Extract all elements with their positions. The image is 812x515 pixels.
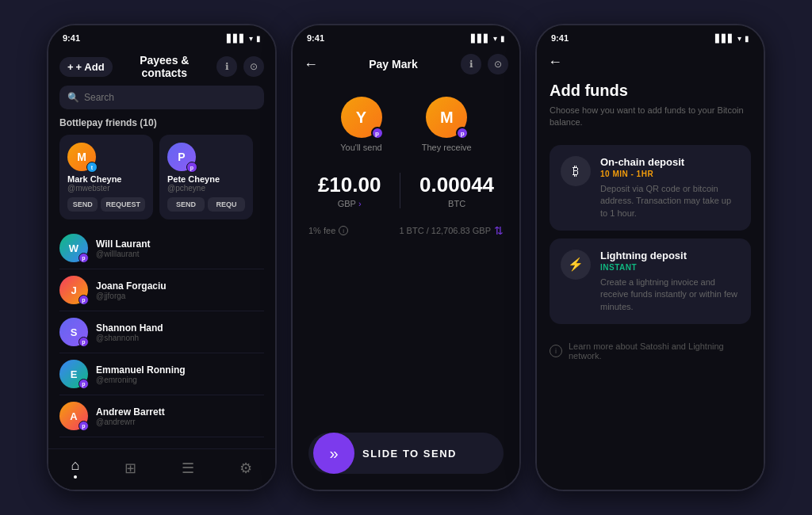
payments-icon: ⊞ bbox=[124, 460, 136, 477]
contact-emmanuel[interactable]: E p Emmanuel Ronning @emroning bbox=[59, 353, 264, 395]
contact-andrew[interactable]: A p Andrew Barrett @andrewrr bbox=[59, 395, 264, 437]
pete-bp-badge: p bbox=[186, 162, 197, 173]
contact-shannon[interactable]: S p Shannon Hand @shannonh bbox=[59, 311, 264, 353]
search-icon: 🔍 bbox=[67, 92, 79, 103]
mark-twitter-badge: t bbox=[86, 162, 98, 173]
search-input[interactable] bbox=[84, 92, 256, 103]
add-button[interactable]: + + Add bbox=[59, 57, 113, 77]
status-icons-2: ▋▋▋ ▾ ▮ bbox=[471, 34, 505, 43]
recipient-person: M p They receive bbox=[422, 97, 472, 152]
settings-icon: ⚙ bbox=[239, 460, 252, 477]
slide-bar[interactable]: » SLIDE TO SEND bbox=[308, 433, 504, 474]
contact-joana[interactable]: J p Joana Forgaciu @jjforga bbox=[59, 269, 264, 311]
pay-title: Pay Mark bbox=[326, 58, 461, 71]
emmanuel-name: Emmanuel Ronning bbox=[96, 364, 186, 376]
pete-handle: @pcheyne bbox=[167, 184, 245, 193]
you-send-label: You'll send bbox=[340, 143, 381, 152]
fee-label: 1% fee bbox=[308, 226, 335, 235]
signal-icon: ▋▋▋ bbox=[227, 34, 246, 43]
signal-icon-2: ▋▋▋ bbox=[471, 34, 490, 43]
pay-avatars: Y p You'll send M p They receive bbox=[293, 81, 519, 160]
nav-list[interactable]: ☰ bbox=[182, 460, 194, 477]
home-icon: ⌂ bbox=[71, 457, 80, 474]
time-1: 9:41 bbox=[63, 33, 80, 43]
info-icon[interactable]: ℹ bbox=[216, 56, 237, 77]
search-bar[interactable]: 🔍 bbox=[59, 86, 264, 109]
will-avatar: W p bbox=[59, 234, 88, 262]
time-3: 9:41 bbox=[551, 33, 569, 43]
status-icons-1: ▋▋▋ ▾ ▮ bbox=[227, 34, 261, 43]
lightning-deposit-card[interactable]: ⚡ Lightning deposit INSTANT Create a lig… bbox=[550, 238, 751, 324]
pay-header-icons: ℹ ⊙ bbox=[461, 54, 508, 74]
add-funds-content: Add funds Choose how you want to add fun… bbox=[537, 77, 764, 490]
nav-home[interactable]: ⌂ bbox=[71, 457, 80, 479]
mark-handle: @mwebster bbox=[67, 184, 145, 193]
andrew-info: Andrew Barrett @andrewrr bbox=[96, 406, 165, 426]
shannon-bp-badge: p bbox=[79, 337, 89, 347]
slide-circle[interactable]: » bbox=[313, 433, 354, 474]
status-bar-3: 9:41 ▋▋▋ ▾ ▮ bbox=[537, 25, 764, 46]
mark-send-btn[interactable]: SEND bbox=[67, 197, 98, 212]
sender-person: Y p You'll send bbox=[340, 97, 381, 152]
joana-info: Joana Forgaciu @jjforga bbox=[96, 280, 167, 300]
currency-gbp: GBP › bbox=[338, 199, 362, 208]
nav-settings[interactable]: ⚙ bbox=[239, 460, 252, 477]
headset-icon[interactable]: ⊙ bbox=[243, 56, 264, 77]
pete-send-btn[interactable]: SEND bbox=[167, 197, 205, 212]
receive-amount-block: 0.00044 BTC bbox=[419, 173, 494, 208]
battery-icon-3: ▮ bbox=[745, 34, 749, 43]
lightning-name: Lightning deposit bbox=[600, 250, 740, 261]
chevron-right-icon[interactable]: › bbox=[358, 199, 362, 208]
fee-info-icon[interactable]: i bbox=[339, 226, 348, 235]
back-button-3[interactable]: ← bbox=[548, 54, 562, 71]
slide-text: SLIDE TO SEND bbox=[362, 448, 494, 460]
status-bar-1: 9:41 ▋▋▋ ▾ ▮ bbox=[48, 25, 275, 46]
mark-name: Mark Cheyne bbox=[67, 174, 145, 184]
lightning-icon: ⚡ bbox=[561, 250, 591, 280]
joana-bp-badge: p bbox=[79, 295, 89, 305]
amounts-divider bbox=[400, 173, 400, 208]
pay-amounts: £10.00 GBP › 0.00044 BTC bbox=[293, 160, 519, 208]
andrew-avatar: A p bbox=[59, 402, 88, 430]
mark-actions: SEND REQUEST bbox=[67, 197, 145, 212]
pay-headset-icon[interactable]: ⊙ bbox=[488, 54, 508, 74]
friends-grid: M t Mark Cheyne @mwebster SEND REQUEST P… bbox=[48, 135, 275, 227]
sender-letter: Y bbox=[356, 109, 366, 127]
back-button[interactable]: ← bbox=[304, 56, 318, 73]
nav-active-dot bbox=[74, 475, 77, 479]
section-title: Bottlepay friends (10) bbox=[48, 117, 275, 135]
nav-payments[interactable]: ⊞ bbox=[124, 460, 136, 477]
rate-label: 1 BTC / 12,706.83 GBP bbox=[399, 226, 491, 235]
learn-more[interactable]: i Learn more about Satoshi and Lightning… bbox=[550, 332, 751, 370]
contact-list: W p Will Laurant @willlaurant J p Joana … bbox=[48, 227, 275, 448]
pete-avatar-wrap: P p bbox=[167, 143, 196, 171]
they-receive-label: They receive bbox=[422, 143, 472, 152]
rate-right: 1 BTC / 12,706.83 GBP ⇅ bbox=[399, 224, 504, 237]
wifi-icon: ▾ bbox=[249, 34, 253, 43]
pete-actions: SEND REQU bbox=[167, 197, 245, 212]
bottom-nav: ⌂ ⊞ ☰ ⚙ bbox=[48, 448, 275, 490]
payees-title: Payees & contacts bbox=[117, 54, 212, 79]
status-icons-3: ▋▋▋ ▾ ▮ bbox=[715, 34, 749, 43]
onchain-deposit-card[interactable]: ₿ On-chain deposit 10 MIN - 1HR Deposit … bbox=[550, 145, 751, 231]
pay-info-icon[interactable]: ℹ bbox=[461, 54, 481, 74]
screen-3-content: ← Add funds Choose how you want to add f… bbox=[537, 46, 764, 490]
pete-request-btn[interactable]: REQU bbox=[208, 197, 245, 212]
screen-2-header: ← Pay Mark ℹ ⊙ bbox=[293, 46, 519, 81]
friend-card-mark[interactable]: M t Mark Cheyne @mwebster SEND REQUEST bbox=[59, 135, 153, 219]
contact-will[interactable]: W p Will Laurant @willlaurant bbox=[59, 227, 264, 269]
will-handle: @willlaurant bbox=[96, 250, 151, 258]
sender-badge: p bbox=[371, 127, 384, 139]
shannon-name: Shannon Hand bbox=[96, 322, 163, 334]
mark-avatar-wrap: M t bbox=[67, 143, 96, 171]
phone-2: 9:41 ▋▋▋ ▾ ▮ ← Pay Mark ℹ ⊙ Y p You'll s… bbox=[291, 24, 521, 491]
fee-row: 1% fee i 1 BTC / 12,706.83 GBP ⇅ bbox=[293, 208, 519, 245]
swap-icon[interactable]: ⇅ bbox=[494, 224, 504, 237]
screen-1-content: + + Add Payees & contacts ℹ ⊙ 🔍 Bottlepa… bbox=[48, 46, 275, 490]
slide-to-send: » SLIDE TO SEND bbox=[293, 420, 519, 490]
arrow-right-icon: » bbox=[329, 444, 338, 463]
phone-3: 9:41 ▋▋▋ ▾ ▮ ← Add funds Choose how you … bbox=[535, 24, 765, 491]
friend-card-pete[interactable]: P p Pete Cheyne @pcheyne SEND REQU bbox=[159, 135, 253, 219]
mark-request-btn[interactable]: REQUEST bbox=[101, 197, 145, 212]
fee-left: 1% fee i bbox=[308, 226, 348, 235]
